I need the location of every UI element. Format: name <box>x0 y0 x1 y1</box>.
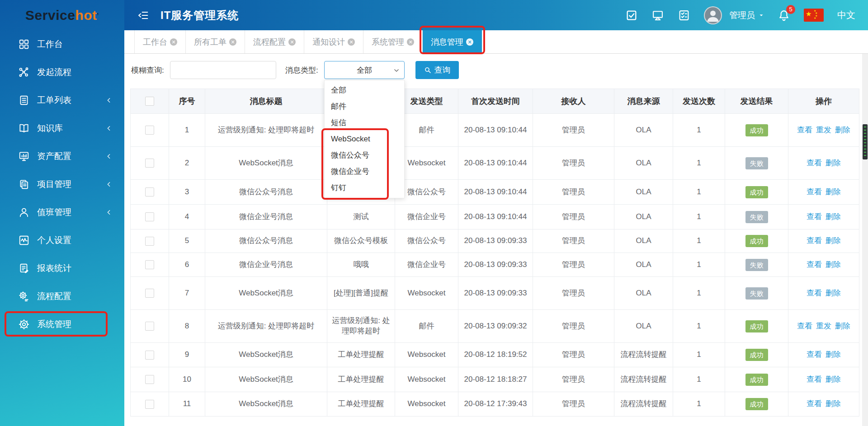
dropdown-option-sms[interactable]: 短信 <box>325 115 404 131</box>
action-link-delete[interactable]: 删除 <box>826 236 841 245</box>
main-content: 模糊查询: 消息类型: 全部 全部邮件短信WebSocket微信公众号微信企业号… <box>124 54 868 426</box>
sidebar-item-workbench[interactable]: 工作台 <box>0 30 124 58</box>
cell-first-send-time: 20-08-12 18:19:52 <box>458 343 533 367</box>
row-checkbox[interactable] <box>145 212 154 221</box>
action-link-view[interactable]: 查看 <box>797 322 812 330</box>
action-link-delete[interactable]: 删除 <box>835 322 850 330</box>
row-checkbox[interactable] <box>145 237 154 246</box>
status-badge: 成功 <box>745 235 768 247</box>
action-link-delete[interactable]: 删除 <box>826 350 841 359</box>
sidebar-item-system-mgmt[interactable]: 系统管理 <box>0 310 124 338</box>
cell-source: OLA <box>614 229 673 253</box>
tab-process-config[interactable]: 流程配置 ✕ <box>245 30 304 53</box>
select-all-checkbox[interactable] <box>145 97 154 106</box>
notification-badge: 5 <box>786 5 795 14</box>
sidebar-item-duty-mgmt[interactable]: 值班管理 <box>0 198 124 226</box>
row-checkbox[interactable] <box>145 351 154 360</box>
cell-result: 成功 <box>725 229 788 253</box>
close-icon[interactable]: ✕ <box>288 38 296 46</box>
cell-send-count: 1 <box>673 180 725 205</box>
dropdown-option-wechat-enterprise[interactable]: 微信企业号 <box>325 164 404 180</box>
close-icon[interactable]: ✕ <box>229 38 236 46</box>
dropdown-option-websocket[interactable]: WebSocket <box>325 131 404 147</box>
action-link-view[interactable]: 查看 <box>807 289 822 297</box>
cell-source: OLA <box>614 180 673 205</box>
row-checkbox[interactable] <box>145 400 154 409</box>
close-icon[interactable]: ✕ <box>170 38 177 46</box>
action-link-delete[interactable]: 删除 <box>826 375 841 384</box>
language-switch[interactable]: 中文 <box>837 9 855 21</box>
page-scrollbar-thumb[interactable] <box>863 124 868 159</box>
action-link-delete[interactable]: 删除 <box>826 260 841 269</box>
cell-send-type: 微信企业号 <box>395 253 458 277</box>
action-link-view[interactable]: 查看 <box>797 126 812 134</box>
avatar[interactable] <box>704 6 722 24</box>
cell-result: 成功 <box>725 310 788 343</box>
close-icon[interactable]: ✕ <box>466 38 473 46</box>
messages-table: 序号消息标题发送类型首次发送时间接收人消息来源发送次数发送结果操作 1 运营级别… <box>130 89 859 417</box>
sidebar-item-start-process[interactable]: 发起流程 <box>0 58 124 86</box>
action-link-view[interactable]: 查看 <box>807 236 822 245</box>
cell-first-send-time: 20-08-13 09:10:44 <box>458 205 533 229</box>
action-link-view[interactable]: 查看 <box>807 350 822 359</box>
checklist-icon[interactable] <box>678 9 690 22</box>
action-link-delete[interactable]: 删除 <box>826 159 841 167</box>
user-menu[interactable]: 管理员 <box>729 9 764 21</box>
sidebar-item-knowledge-base[interactable]: 知识库 <box>0 114 124 142</box>
search-button[interactable]: 查询 <box>415 61 459 79</box>
sidebar-item-label: 项目管理 <box>37 178 71 190</box>
dropdown-option-wechat-official[interactable]: 微信公众号 <box>325 147 404 164</box>
action-link-resend[interactable]: 重发 <box>816 322 831 330</box>
status-badge: 失败 <box>745 211 768 223</box>
sidebar-item-label: 工作台 <box>37 38 63 50</box>
sidebar-item-asset-config[interactable]: 资产配置 <box>0 142 124 170</box>
sidebar-item-ticket-list[interactable]: 工单列表 <box>0 86 124 114</box>
message-type-select[interactable]: 全部 <box>324 61 405 79</box>
tab-all-tickets[interactable]: 所有工单 ✕ <box>186 30 245 53</box>
action-link-resend[interactable]: 重发 <box>816 126 831 134</box>
task-check-icon[interactable] <box>625 9 638 22</box>
row-checkbox[interactable] <box>145 159 154 168</box>
sidebar-item-process-config[interactable]: 流程配置 <box>0 282 124 310</box>
action-link-delete[interactable]: 删除 <box>835 126 850 134</box>
tab-workbench[interactable]: 工作台 ✕ <box>134 30 186 53</box>
action-link-view[interactable]: 查看 <box>807 159 822 167</box>
cell-send-count: 1 <box>673 277 725 310</box>
message-type-select-wrap: 全部 全部邮件短信WebSocket微信公众号微信企业号钉钉 <box>324 61 405 79</box>
dropdown-option-email[interactable]: 邮件 <box>325 98 404 115</box>
chevron-left-icon <box>105 153 113 160</box>
dropdown-option-all[interactable]: 全部 <box>325 82 404 98</box>
close-icon[interactable]: ✕ <box>348 38 355 46</box>
cell-select <box>131 343 169 367</box>
action-link-view[interactable]: 查看 <box>807 212 822 221</box>
tab-system-mgmt[interactable]: 系统管理 ✕ <box>363 30 423 53</box>
table-row: 7 WebSocket消息 [处理][普通]提醒 Websocket 20-08… <box>131 277 859 310</box>
action-link-delete[interactable]: 删除 <box>826 399 841 408</box>
screen-icon[interactable] <box>651 9 664 22</box>
action-link-delete[interactable]: 删除 <box>826 187 841 196</box>
action-link-view[interactable]: 查看 <box>807 260 822 269</box>
row-checkbox[interactable] <box>145 260 154 269</box>
row-checkbox[interactable] <box>145 289 154 298</box>
dropdown-option-dingtalk[interactable]: 钉钉 <box>325 180 404 196</box>
action-link-view[interactable]: 查看 <box>807 187 822 196</box>
action-link-view[interactable]: 查看 <box>807 399 822 408</box>
fuzzy-search-input[interactable] <box>170 61 276 79</box>
row-checkbox[interactable] <box>145 187 154 197</box>
notification-bell[interactable]: 5 <box>778 9 790 22</box>
action-link-delete[interactable]: 删除 <box>826 212 841 221</box>
row-checkbox[interactable] <box>145 322 154 331</box>
message-type-dropdown: 全部邮件短信WebSocket微信公众号微信企业号钉钉 <box>324 80 405 198</box>
action-link-view[interactable]: 查看 <box>807 375 822 384</box>
row-checkbox[interactable] <box>145 375 154 384</box>
sidebar-item-personal-settings[interactable]: 个人设置 <box>0 226 124 254</box>
sidebar-item-report-stats[interactable]: 报表统计 <box>0 254 124 282</box>
collapse-menu-icon[interactable] <box>137 9 150 22</box>
close-icon[interactable]: ✕ <box>407 38 414 46</box>
tab-notify-design[interactable]: 通知设计 ✕ <box>304 30 363 53</box>
tab-message-mgmt[interactable]: 消息管理 ✕ <box>423 30 482 53</box>
action-link-delete[interactable]: 删除 <box>826 289 841 297</box>
cell-content: 运营级别通知: 处理即将超时 <box>327 310 395 343</box>
row-checkbox[interactable] <box>145 126 154 135</box>
sidebar-item-project-mgmt[interactable]: 项目管理 <box>0 170 124 198</box>
